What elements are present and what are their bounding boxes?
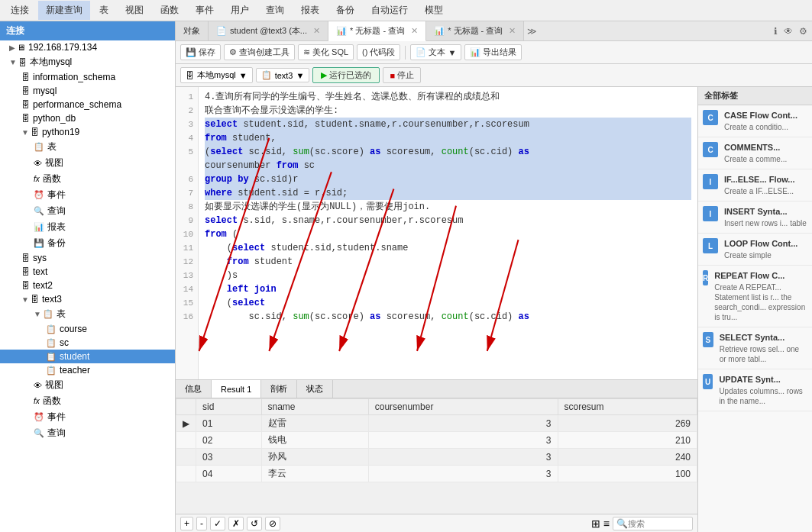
run-selected-button[interactable]: ▶ 运行已选的 — [312, 67, 380, 83]
sidebar-item-perf-schema[interactable]: 🗄 performance_schema — [0, 98, 175, 111]
snippet-loop[interactable]: L LOOP Flow Cont... Create simple — [698, 234, 812, 266]
sidebar-item-text3-events[interactable]: ⏰ 事件 — [0, 409, 175, 425]
tab-objects[interactable]: 对象 — [176, 21, 209, 40]
sidebar-item-py19-tables[interactable]: 📋 表 — [0, 139, 175, 155]
table-select[interactable]: 📋 text3 ▼ — [256, 68, 310, 82]
sidebar-item-python-db[interactable]: 🗄 python_db — [0, 111, 175, 125]
snippet-ifelse[interactable]: I IF...ELSE... Flow... Create a IF...ELS… — [698, 169, 812, 202]
folder-icon-t3events: ⏰ — [34, 412, 44, 422]
db-icon-sys: 🗄 — [21, 253, 30, 263]
sidebar-item-text3[interactable]: ▼ 🗄 text3 — [0, 292, 175, 306]
clear-button[interactable]: ⊘ — [265, 517, 280, 530]
confirm-button[interactable]: ✓ — [210, 517, 225, 530]
results-content[interactable]: sid sname coursenumber scoresum ▶ 01 — [176, 398, 697, 514]
line-num-2: 2 — [176, 104, 198, 118]
table-row[interactable]: 04 李云 3 100 — [176, 466, 697, 482]
code-block-button[interactable]: () 代码段 — [357, 44, 400, 60]
sidebar-item-localmysql[interactable]: ▼ 🗄 本地mysql — [0, 54, 175, 70]
tab-query1[interactable]: 📊 * 无标题 - 查询 ✕ — [328, 21, 426, 41]
snippet-comments[interactable]: C COMMENTS... Create a comme... — [698, 137, 812, 169]
sidebar-item-text2[interactable]: 🗄 text2 — [0, 279, 175, 292]
cancel-button[interactable]: ✗ — [228, 517, 244, 530]
snippet-case[interactable]: C CASE Flow Cont... Create a conditio... — [698, 105, 812, 137]
tab-query1-close[interactable]: ✕ — [411, 26, 418, 36]
snippet-repeat[interactable]: R REPEAT Flow C... Create A REPEAT... St… — [698, 266, 812, 327]
menu-new-query[interactable]: 新建查询 — [38, 1, 90, 20]
tab-nav-more[interactable]: ≫ — [524, 21, 540, 40]
eye-icon[interactable]: 👁 — [784, 26, 793, 37]
add-row-button[interactable]: + — [180, 517, 193, 530]
query-builder-button[interactable]: ⚙ 查询创建工具 — [224, 44, 295, 60]
sidebar-item-py19-backup[interactable]: 💾 备份 — [0, 235, 175, 251]
settings-icon[interactable]: ⚙ — [799, 26, 807, 37]
sidebar-item-text3-tables[interactable]: ▼ 📋 表 — [0, 306, 175, 322]
sidebar-item-information-schema[interactable]: 🗄 information_schema — [0, 70, 175, 84]
snippet-update[interactable]: U UPDATE Synt... Updates columns... rows… — [698, 369, 812, 411]
sidebar-item-text[interactable]: 🗄 text — [0, 265, 175, 279]
results-tab-info[interactable]: 信息 — [176, 380, 212, 398]
menu-connect[interactable]: 连接 — [3, 1, 37, 20]
sidebar-item-text3-queries[interactable]: 🔍 查询 — [0, 425, 175, 441]
menu-table[interactable]: 表 — [92, 1, 116, 20]
sidebar-item-mysql[interactable]: 🗄 mysql — [0, 84, 175, 98]
py19-reports-label: 报表 — [47, 221, 66, 234]
table-row[interactable]: ▶ 01 赵雷 3 269 — [176, 415, 697, 432]
tab-query2-close[interactable]: ✕ — [509, 26, 516, 36]
menu-model[interactable]: 模型 — [417, 1, 451, 20]
stop-button[interactable]: ■ 停止 — [383, 67, 421, 83]
results-tab-profiling[interactable]: 剖析 — [261, 380, 297, 398]
menu-user[interactable]: 用户 — [223, 1, 257, 20]
sidebar-item-sc[interactable]: 📋 sc — [0, 336, 175, 350]
sidebar-item-py19-queries[interactable]: 🔍 查询 — [0, 203, 175, 219]
results-tab-result1[interactable]: Result 1 — [212, 380, 261, 398]
sidebar-item-py19-funcs[interactable]: fx 函数 — [0, 171, 175, 187]
sidebar-item-python19[interactable]: ▼ 🗄 python19 — [0, 125, 175, 139]
code-line-10: from ( — [205, 227, 691, 241]
delete-row-button[interactable]: - — [196, 517, 207, 530]
sidebar-item-teacher[interactable]: 📋 teacher — [0, 363, 175, 377]
sidebar-item-py19-events[interactable]: ⏰ 事件 — [0, 187, 175, 203]
query-builder-icon: ⚙ — [229, 47, 237, 57]
search-input[interactable] — [628, 519, 689, 528]
sidebar-item-student[interactable]: 📋 student — [0, 350, 175, 363]
save-button[interactable]: 💾 保存 — [180, 44, 221, 60]
folder-icon-views: 👁 — [34, 159, 42, 168]
menu-report[interactable]: 报表 — [293, 1, 327, 20]
code-line-1: 4.查询所有同学的学生编号、学生姓名、选课总数、所有课程的成绩总和 — [205, 90, 691, 104]
menu-query[interactable]: 查询 — [258, 1, 292, 20]
results-tab-status[interactable]: 状态 — [297, 380, 333, 398]
beautify-sql-button[interactable]: ≋ 美化 SQL — [298, 44, 354, 60]
table-row[interactable]: 03 孙风 3 240 — [176, 449, 697, 466]
db-select[interactable]: 🗄 本地mysql ▼ — [180, 67, 253, 83]
code-editor[interactable]: 1 2 3 4 5 6 7 8 9 10 11 12 — [176, 87, 697, 379]
snippet-select[interactable]: S SELECT Synta... Retrieve rows sel... o… — [698, 327, 812, 369]
line-num-12: 12 — [176, 255, 198, 269]
sidebar-item-py19-reports[interactable]: 📊 报表 — [0, 219, 175, 235]
tab-student-close[interactable]: ✕ — [313, 26, 320, 36]
snippet-insert[interactable]: I INSERT Synta... Insert new rows i... t… — [698, 202, 812, 234]
refresh-button[interactable]: ↺ — [247, 517, 262, 530]
code-line-9: select s.sid, s.sname,r.coursenumber,r.s… — [205, 214, 691, 227]
expand-arrow-py19: ▼ — [21, 128, 29, 137]
menu-view[interactable]: 视图 — [118, 1, 151, 20]
info-icon[interactable]: ℹ — [774, 26, 778, 37]
search-box[interactable]: 🔍 — [613, 517, 693, 530]
sidebar-item-text3-funcs[interactable]: fx 函数 — [0, 393, 175, 409]
sidebar-item-text3-views[interactable]: 👁 视图 — [0, 377, 175, 393]
menu-auto-run[interactable]: 自动运行 — [364, 1, 416, 20]
text-button[interactable]: 📄 文本 ▼ — [410, 44, 461, 60]
code-line-4: from student, — [205, 131, 691, 145]
mysql-label: mysql — [33, 85, 57, 96]
menu-function[interactable]: 函数 — [153, 1, 186, 20]
sidebar-item-py19-views[interactable]: 👁 视图 — [0, 155, 175, 171]
sidebar-item-course[interactable]: 📋 course — [0, 322, 175, 336]
table-row[interactable]: 02 钱电 3 210 — [176, 432, 697, 449]
menu-backup[interactable]: 备份 — [328, 1, 362, 20]
menu-event[interactable]: 事件 — [188, 1, 222, 20]
export-button[interactable]: 📊 导出结果 — [464, 44, 522, 60]
tab-student[interactable]: 📄 student @text3 (本... ✕ — [209, 21, 328, 40]
sidebar-item-server1[interactable]: ▶ 🖥 192.168.179.134 — [0, 40, 175, 54]
code-line-7: where student.sid = r.sid; — [205, 186, 691, 200]
tab-query2[interactable]: 📊 * 无标题 - 查询 ✕ — [426, 21, 524, 40]
sidebar-item-sys[interactable]: 🗄 sys — [0, 251, 175, 265]
